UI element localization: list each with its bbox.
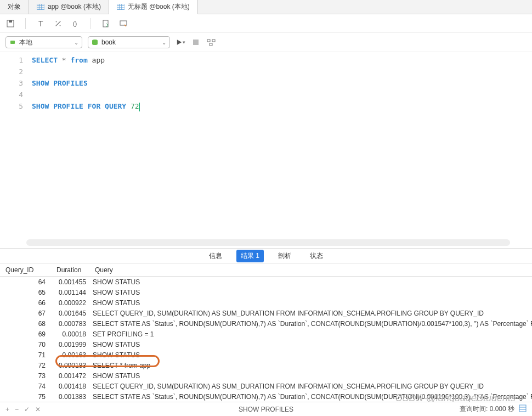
svg-text:T: T xyxy=(38,19,43,28)
database-label: book xyxy=(101,38,159,46)
cancel-icon[interactable]: ✕ xyxy=(35,406,41,413)
explain-icon[interactable] xyxy=(206,37,216,47)
database-select[interactable]: book ⌄ xyxy=(88,36,170,48)
tab-label: 无标题 @book (本地) xyxy=(128,2,190,12)
table-row[interactable]: 650.001144SHOW STATUS xyxy=(0,287,532,297)
toolbar: T () xyxy=(0,14,532,33)
sql-editor[interactable]: 12345 SELECT * from app SHOW PROFILES SH… xyxy=(0,52,532,238)
svg-rect-11 xyxy=(9,20,12,23)
svg-rect-28 xyxy=(519,405,526,412)
grid-header: Query_ID Duration Query xyxy=(0,263,532,277)
apply-icon[interactable]: ✓ xyxy=(24,406,30,413)
result-tabset: 信息结果 1剖析状态 xyxy=(0,248,532,263)
chevron-down-icon: ⌄ xyxy=(74,40,78,46)
stop-button[interactable] xyxy=(191,37,201,47)
separator xyxy=(90,18,91,29)
status-time: 查询时间: 0.000 秒 xyxy=(460,404,514,414)
result-tab[interactable]: 信息 xyxy=(205,250,227,262)
import-icon[interactable] xyxy=(118,19,128,29)
table-row[interactable]: 740.001418SELECT QUERY_ID, SUM(DURATION)… xyxy=(0,381,532,391)
connection-label: 本地 xyxy=(19,38,71,47)
svg-marker-23 xyxy=(177,40,182,44)
table-row[interactable]: 710.00163SHOW STATUS xyxy=(0,350,532,360)
table-icon xyxy=(117,4,124,10)
table-row[interactable]: 680.000783SELECT STATE AS `Status`, ROUN… xyxy=(0,318,532,329)
code-area[interactable]: SELECT * from app SHOW PROFILES SHOW PRO… xyxy=(27,52,532,238)
tab-label: 对象 xyxy=(8,2,21,12)
table-row[interactable]: 640.001455SHOW STATUS xyxy=(0,277,532,287)
svg-rect-5 xyxy=(117,4,124,10)
svg-point-22 xyxy=(92,43,98,45)
result-tab[interactable]: 剖析 xyxy=(274,250,296,262)
run-button[interactable]: ▾ xyxy=(176,37,185,47)
table-row[interactable]: 670.001645SELECT QUERY_ID, SUM(DURATION)… xyxy=(0,308,532,318)
table-row[interactable]: 660.000922SHOW STATUS xyxy=(0,297,532,308)
results-grid: Query_ID Duration Query 640.001455SHOW S… xyxy=(0,263,532,402)
svg-rect-27 xyxy=(210,43,212,46)
col-header-duration[interactable]: Duration xyxy=(51,266,89,274)
tab-app[interactable]: app @book (本地) xyxy=(29,0,109,14)
connection-select[interactable]: 本地 ⌄ xyxy=(5,36,82,48)
save-icon[interactable] xyxy=(5,19,15,29)
tab-objects[interactable]: 对象 xyxy=(0,0,29,14)
add-row-icon[interactable]: + xyxy=(5,406,9,413)
connection-bar: 本地 ⌄ book ⌄ ▾ xyxy=(0,33,532,52)
table-row[interactable]: 730.001472SHOW STATUS xyxy=(0,370,532,381)
col-header-id[interactable]: Query_ID xyxy=(0,266,51,274)
line-gutter: 12345 xyxy=(0,52,27,238)
svg-text:(): () xyxy=(73,20,77,27)
result-tab[interactable]: 结果 1 xyxy=(236,250,264,262)
remove-row-icon[interactable]: − xyxy=(15,406,19,413)
editor-tabs: 对象 app @book (本地) 无标题 @book (本地) xyxy=(0,0,532,14)
plug-icon xyxy=(9,39,16,46)
table-row[interactable]: 750.001383SELECT STATE AS `Status`, ROUN… xyxy=(0,391,532,402)
result-tab[interactable]: 状态 xyxy=(305,250,327,262)
svg-rect-18 xyxy=(120,21,127,25)
table-row[interactable]: 700.001999SHOW STATUS xyxy=(0,339,532,350)
format-icon[interactable]: T xyxy=(36,19,46,29)
table-row[interactable]: 720.000183SELECT * from app xyxy=(0,360,532,370)
svg-rect-19 xyxy=(10,41,15,44)
table-row[interactable]: 690.00018SET PROFILING = 1 xyxy=(0,329,532,339)
brackets-icon[interactable]: () xyxy=(71,19,81,29)
tab-untitled[interactable]: 无标题 @book (本地) xyxy=(109,0,198,14)
status-bar: + − ✓ ✕ SHOW PROFILES 查询时间: 0.000 秒 xyxy=(0,402,532,416)
tab-label: app @book (本地) xyxy=(48,2,101,12)
status-query: SHOW PROFILES xyxy=(239,406,293,413)
col-header-query[interactable]: Query xyxy=(89,266,532,274)
svg-rect-0 xyxy=(37,4,44,10)
chevron-down-icon: ⌄ xyxy=(162,40,166,46)
svg-rect-25 xyxy=(207,40,210,42)
svg-point-14 xyxy=(56,21,57,22)
svg-point-15 xyxy=(60,25,61,26)
separator xyxy=(25,18,26,29)
svg-rect-24 xyxy=(193,40,199,45)
editor-scrollbar[interactable] xyxy=(26,239,510,246)
database-icon xyxy=(92,39,98,46)
svg-rect-26 xyxy=(212,40,215,42)
wand-icon[interactable] xyxy=(53,19,63,29)
export-icon[interactable] xyxy=(101,19,111,29)
grid-view-icon[interactable] xyxy=(519,404,527,414)
table-icon xyxy=(37,4,44,10)
